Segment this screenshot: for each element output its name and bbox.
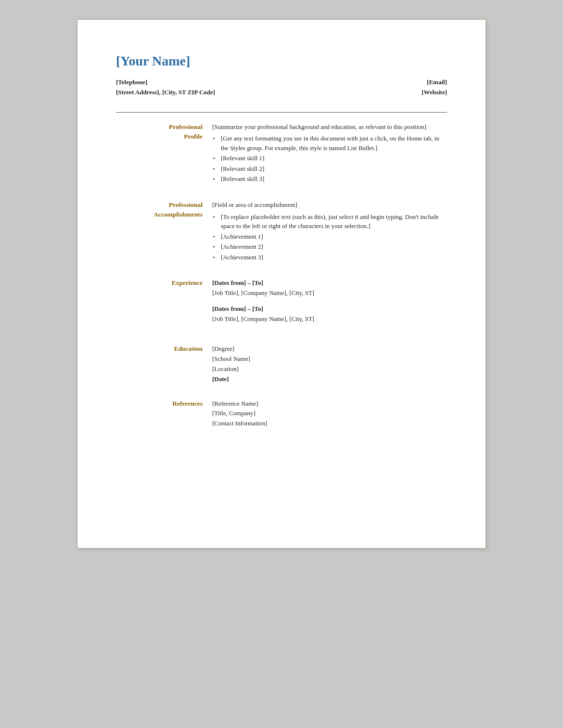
references-label: References [116, 399, 203, 429]
education-content: [Degree] [School Name] [Location] [Date] [212, 344, 447, 384]
edu-date: [Date] [212, 374, 447, 384]
references-section: References [Reference Name] [Title, Comp… [116, 399, 447, 429]
references-label-text: References [116, 399, 203, 409]
contact-section: [Telephone] [Street Address], [City, ST … [116, 77, 447, 98]
experience-label: Experience [116, 278, 203, 330]
ref-name: [Reference Name] [212, 399, 447, 409]
education-label-text: Education [116, 344, 203, 354]
list-item: [Achievement 1] [212, 232, 447, 242]
profile-intro: [Summarize your professional background … [212, 122, 447, 132]
experience-content: [Dates from] – [To] [Job Title], [Compan… [212, 278, 447, 330]
edu-location: [Location] [212, 364, 447, 374]
list-item: [Get any text formatting you see in this… [212, 134, 447, 153]
list-item: [Achievement 3] [212, 253, 447, 262]
list-item: [Relevant skill 2] [212, 164, 447, 174]
education-section: Education [Degree] [School Name] [Locati… [116, 344, 447, 384]
experience-entry-2: [Dates from] – [To] [Job Title], [Compan… [212, 304, 447, 324]
list-item: [To replace placeholder text (such as th… [212, 212, 447, 231]
divider [116, 112, 447, 113]
accomplishments-bullets: [To replace placeholder text (such as th… [212, 212, 447, 262]
exp-job-2: [Job Title], [Company Name], [City, ST] [212, 314, 447, 324]
professional-accomplishments-section: Professional Accomplishments [Field or a… [116, 200, 447, 264]
accomplishments-field: [Field or area of accomplishment] [212, 200, 447, 210]
contact-left: [Telephone] [Street Address], [City, ST … [116, 77, 282, 98]
ref-title: [Title, Company] [212, 409, 447, 419]
experience-section: Experience [Dates from] – [To] [Job Titl… [116, 278, 447, 330]
edu-school: [School Name] [212, 354, 447, 364]
profile-bullets: [Get any text formatting you see in this… [212, 134, 447, 184]
experience-label-text: Experience [116, 278, 203, 288]
accomplishments-content: [Field or area of accomplishment] [To re… [212, 200, 447, 264]
list-item: [Relevant skill 3] [212, 174, 447, 184]
accomplishments-label-line1: Professional [116, 200, 203, 210]
exp-dates-1: [Dates from] – [To] [212, 278, 447, 288]
telephone-label: [Telephone] [116, 77, 282, 88]
accomplishments-label-line2: Accomplishments [116, 210, 203, 219]
edu-degree: [Degree] [212, 344, 447, 354]
profile-label-line1: Professional [116, 122, 203, 132]
name-heading: [Your Name] [116, 53, 447, 69]
list-item: [Relevant skill 1] [212, 153, 447, 163]
resume-page: [Your Name] [Telephone] [Street Address]… [77, 19, 486, 549]
website-label: [Website] [282, 88, 447, 98]
exp-dates-2: [Dates from] – [To] [212, 304, 447, 314]
contact-right: [Email] [Website] [282, 77, 447, 98]
email-label: [Email] [282, 77, 447, 88]
professional-profile-label: Professional Profile [116, 122, 203, 186]
accomplishments-label: Professional Accomplishments [116, 200, 203, 264]
professional-profile-content: [Summarize your professional background … [212, 122, 447, 186]
ref-contact: [Contact Information] [212, 419, 447, 429]
profile-label-line2: Profile [116, 132, 203, 141]
education-label: Education [116, 344, 203, 384]
professional-profile-section: Professional Profile [Summarize your pro… [116, 122, 447, 186]
experience-entry-1: [Dates from] – [To] [Job Title], [Compan… [212, 278, 447, 298]
list-item: [Achievement 2] [212, 242, 447, 252]
address-label: [Street Address], [City, ST ZIP Code] [116, 88, 282, 98]
references-content: [Reference Name] [Title, Company] [Conta… [212, 399, 447, 429]
exp-job-1: [Job Title], [Company Name], [City, ST] [212, 288, 447, 298]
